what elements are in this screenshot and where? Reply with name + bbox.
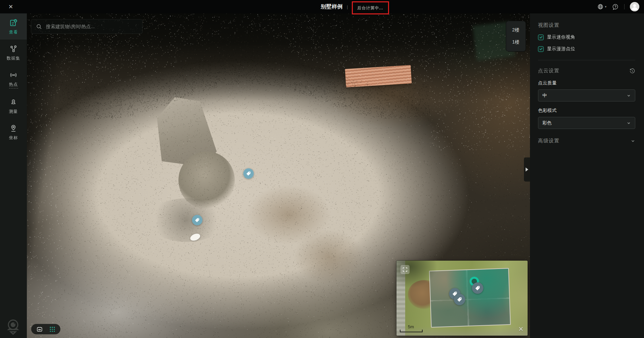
- title-separator: |: [347, 4, 348, 9]
- hotspot-signal-icon: [9, 71, 18, 79]
- globe-icon: [597, 3, 604, 10]
- search-icon: [36, 23, 42, 30]
- search-bar: [31, 19, 143, 34]
- sidebar-item-coordinate[interactable]: 坐标: [0, 119, 27, 145]
- minimap[interactable]: 5m ✕: [396, 261, 528, 336]
- caret-down-icon: ▾: [605, 5, 606, 8]
- color-mode-label: 色彩模式: [538, 108, 635, 114]
- topbar-actions: ▾: [597, 0, 639, 13]
- background-computing-status: 后台计算中...: [357, 6, 383, 10]
- settings-panel: 视图设置 显示迷你视角 显示漫游点位 点云设置 点云质量 中: [530, 13, 644, 338]
- sidebar-item-dataset[interactable]: 数据集: [0, 40, 27, 66]
- checkbox-checked-icon: [538, 46, 544, 52]
- checkbox-label: 显示迷你视角: [547, 34, 575, 40]
- chevron-down-icon: [627, 93, 631, 98]
- sidebar-item-label: 测量: [9, 109, 18, 115]
- view-board-icon: [9, 18, 18, 27]
- sidebar-item-label: 查看: [9, 29, 18, 35]
- annotation-highlight-box: 后台计算中...: [352, 1, 389, 14]
- user-avatar[interactable]: [630, 2, 639, 11]
- measure-instrument-icon: [9, 98, 18, 107]
- sidebar-item-label: 数据集: [7, 56, 20, 61]
- quality-label: 点云质量: [538, 80, 635, 86]
- chevron-down-icon: [627, 121, 631, 125]
- close-project-button[interactable]: ✕: [4, 0, 17, 13]
- search-input[interactable]: [46, 24, 138, 29]
- sidebar-item-label: 热点: [9, 82, 18, 88]
- pointcloud-settings-title: 点云设置: [538, 68, 559, 74]
- page-title: 别墅样例: [321, 3, 343, 10]
- help-icon: [612, 3, 619, 10]
- toggle-roam-points[interactable]: 显示漫游点位: [538, 46, 635, 52]
- roam-point-marker[interactable]: [189, 232, 201, 242]
- advanced-settings-title: 高级设置: [538, 138, 559, 144]
- view-mode-toolbar: [31, 324, 60, 334]
- checkbox-checked-icon: [538, 35, 544, 40]
- dataset-nodes-icon: [9, 45, 18, 53]
- triangle-right-icon: [526, 167, 528, 172]
- panel-collapse-tab[interactable]: [524, 157, 530, 182]
- sidebar-item-view[interactable]: 查看: [0, 13, 27, 40]
- topbar-divider: [624, 4, 625, 9]
- expand-icon: [402, 267, 408, 272]
- pointcloud-viewport[interactable]: 2楼 1楼: [27, 13, 530, 338]
- minimap-hotspot-marker[interactable]: [454, 294, 465, 305]
- app-watermark-logo: [4, 318, 22, 336]
- model-view-button[interactable]: [36, 326, 43, 333]
- hotspot-tag-marker[interactable]: [244, 168, 254, 179]
- expand-minimap-button[interactable]: [400, 265, 410, 274]
- scale-bar: [400, 330, 423, 332]
- view-settings-title: 视图设置: [538, 22, 635, 28]
- sidebar-item-measure[interactable]: 测量: [0, 93, 27, 119]
- hotspot-tag-marker[interactable]: [192, 215, 203, 225]
- sidebar: 查看 数据集 热点 测量: [0, 13, 27, 338]
- grid-view-button[interactable]: [49, 326, 56, 333]
- quality-select[interactable]: 中: [538, 89, 635, 102]
- model-box-icon: [36, 326, 43, 333]
- panel-divider: [538, 60, 635, 60]
- toggle-mini-view[interactable]: 显示迷你视角: [538, 34, 635, 40]
- minimap-scale: 5m: [400, 324, 423, 332]
- topbar-title-group: 别墅样例 | 后台计算中...: [321, 0, 389, 13]
- sidebar-item-hotspot[interactable]: 热点: [0, 66, 27, 93]
- floor-option-1[interactable]: 1楼: [506, 37, 526, 47]
- advanced-settings-toggle[interactable]: 高级设置: [538, 138, 635, 144]
- topbar: ✕ 别墅样例 | 后台计算中... ▾: [0, 0, 644, 13]
- color-mode-value: 彩色: [542, 120, 551, 126]
- checkbox-label: 显示漫游点位: [547, 46, 575, 52]
- floor-selector: 2楼 1楼: [506, 21, 526, 52]
- chevron-down-icon: [631, 139, 635, 143]
- scale-label: 5m: [408, 324, 423, 329]
- close-minimap-button[interactable]: ✕: [518, 325, 524, 333]
- minimap-hotspot-marker[interactable]: [472, 282, 483, 294]
- grid-dots-icon: [49, 326, 56, 333]
- coordinate-pin-icon: [9, 124, 18, 133]
- language-selector[interactable]: ▾: [597, 3, 606, 10]
- quality-value: 中: [542, 92, 547, 98]
- help-button[interactable]: [612, 3, 619, 10]
- color-mode-select[interactable]: 彩色: [538, 117, 635, 129]
- sidebar-item-label: 坐标: [9, 135, 18, 141]
- floor-option-2[interactable]: 2楼: [506, 25, 526, 35]
- reset-history-icon[interactable]: [629, 68, 635, 74]
